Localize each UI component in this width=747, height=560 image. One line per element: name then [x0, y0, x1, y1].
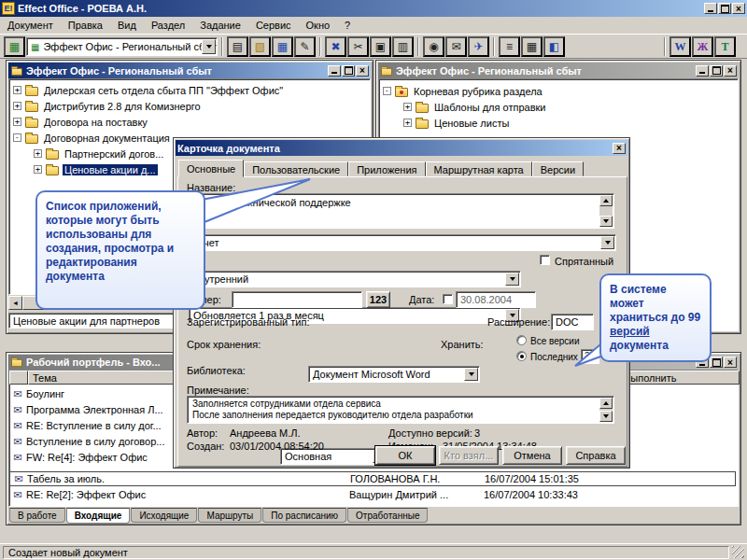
number-generate-button[interactable]: 123	[366, 291, 390, 308]
expander-icon[interactable]	[13, 133, 21, 142]
menu-item-window[interactable]: Окно	[299, 18, 338, 33]
kind-combo[interactable]: отчет	[189, 234, 616, 251]
close-button[interactable]	[732, 3, 745, 14]
expander-icon[interactable]	[383, 87, 391, 95]
left-window-minimize-button[interactable]	[328, 65, 341, 77]
visibility-combo-arrow[interactable]	[505, 273, 519, 286]
cancel-button[interactable]: Отмена	[502, 446, 562, 465]
left-window-close-button[interactable]	[356, 65, 369, 77]
tree-item[interactable]: Ценовые листы	[379, 115, 738, 131]
date-checkbox[interactable]	[443, 294, 453, 304]
help-button[interactable]: Справка	[566, 446, 626, 465]
menu-item-section[interactable]: Раздел	[144, 18, 192, 33]
who-took-button[interactable]: Кто взял...	[439, 446, 499, 465]
msword-button[interactable]: W	[669, 36, 691, 57]
text-editor-button[interactable]: Т	[714, 36, 736, 57]
open-document-button[interactable]: ▧	[249, 36, 271, 57]
delete-button[interactable]: ✖	[325, 36, 346, 57]
expander-icon[interactable]	[34, 149, 42, 158]
name-field[interactable]: Отчет по технической поддержке	[187, 193, 614, 229]
tab-route-map[interactable]: Маршрутная карта	[426, 161, 532, 176]
expander-icon[interactable]	[403, 103, 412, 111]
tab-inbox[interactable]: Входящие	[66, 508, 131, 524]
registered-type-combo[interactable]: Документ Microsoft Word	[308, 366, 480, 383]
scroll-down-button[interactable]	[599, 411, 613, 422]
worklist-close-button[interactable]	[724, 357, 737, 368]
tab-processed[interactable]: Отработанные	[347, 508, 428, 523]
scroll-left-button[interactable]	[8, 296, 22, 310]
name-field-scrollbar[interactable]	[599, 195, 613, 227]
minimize-button[interactable]	[704, 3, 717, 14]
wordart-button[interactable]: Ж	[692, 36, 713, 57]
right-window-close-button[interactable]	[724, 65, 737, 77]
keep-last-radio[interactable]	[516, 351, 527, 361]
number-generate-label: 123	[370, 294, 387, 305]
mail-button[interactable]: ✉	[445, 36, 467, 57]
expander-icon[interactable]	[13, 86, 21, 94]
tree-item[interactable]: Договора на поставку	[9, 114, 370, 130]
tab-schedule[interactable]: По расписанию	[262, 508, 346, 523]
expander-icon[interactable]	[403, 119, 412, 127]
scope-combo-arrow[interactable]	[202, 39, 216, 54]
new-document-button[interactable]: ▤	[227, 36, 248, 57]
extension-field[interactable]: DOC	[551, 314, 594, 330]
visibility-combo[interactable]: внутренний	[189, 271, 521, 287]
scroll-up-button[interactable]	[599, 195, 613, 206]
expander-icon[interactable]	[13, 102, 21, 110]
journal-button[interactable]: ≡	[499, 36, 520, 57]
copy-button[interactable]: ▣	[370, 36, 391, 57]
menu-item-service[interactable]: Сервис	[248, 18, 299, 33]
registered-type-combo-arrow[interactable]	[464, 368, 478, 381]
tree-item[interactable]: Дистрибутив 2.8 для Комизнерго	[9, 98, 370, 114]
resize-grip-icon[interactable]	[732, 546, 744, 558]
keep-count-field[interactable]: 3	[581, 349, 599, 364]
left-window-maximize-button[interactable]	[342, 65, 355, 77]
tab-routes[interactable]: Маршруты	[198, 508, 261, 523]
menu-item-task[interactable]: Задание	[192, 18, 248, 33]
scope-tree-button[interactable]: ▦	[4, 36, 25, 57]
date-field[interactable]: 30.08.2004	[456, 291, 536, 308]
maximize-button[interactable]	[718, 3, 731, 14]
dialog-close-button[interactable]	[613, 143, 626, 154]
tree-item[interactable]: Дилерская сеть отдела сбыта ПП "Эффект О…	[9, 82, 370, 98]
tree-item[interactable]: Корневая рубрика раздела	[379, 83, 738, 99]
tab-versions[interactable]: Версии	[532, 161, 584, 176]
note-field[interactable]: Заполняется сотрудниками отдела сервиса …	[187, 396, 614, 424]
menu-item-document[interactable]: Документ	[0, 18, 61, 33]
scroll-up-button[interactable]	[599, 398, 613, 409]
right-window-minimize-button[interactable]	[696, 65, 709, 77]
menu-item-edit[interactable]: Правка	[61, 18, 110, 33]
send-mail-button[interactable]: ✈	[468, 36, 489, 57]
tab-custom[interactable]: Пользовательские	[244, 161, 348, 176]
expander-icon[interactable]	[34, 165, 42, 174]
worklist-row[interactable]: RE: Re[2]: Эффект Офис Ващурин Дмитрий .…	[9, 487, 736, 502]
calendar-button[interactable]: ▦	[521, 36, 543, 57]
number-field[interactable]	[232, 291, 362, 308]
paste-button[interactable]: ▥	[392, 36, 414, 57]
tab-in-work[interactable]: В работе	[9, 508, 65, 523]
kind-combo-arrow[interactable]	[600, 236, 614, 249]
worklist-maximize-button[interactable]	[710, 357, 723, 368]
column-header-icon[interactable]	[9, 371, 28, 385]
find-button[interactable]: ◉	[423, 36, 444, 57]
save-document-button[interactable]: ▦	[272, 36, 293, 57]
worklist-row-selected[interactable]: Табель за июль. ГОЛОВАНОВА Г.Н. 16/07/20…	[9, 471, 736, 486]
cut-button[interactable]: ✂	[347, 36, 369, 57]
menu-item-view[interactable]: Вид	[110, 18, 144, 33]
right-window-maximize-button[interactable]	[710, 65, 723, 77]
scroll-down-button[interactable]	[599, 216, 613, 227]
window-grid-button[interactable]: ◧	[543, 36, 565, 57]
menu-item-help[interactable]: ?	[337, 18, 358, 33]
tab-attachments[interactable]: Приложения	[348, 161, 425, 176]
hidden-checkbox[interactable]	[540, 255, 550, 265]
ok-button[interactable]: ОК	[375, 446, 435, 465]
scope-combo[interactable]: Эффект Офис - Региональный сбыт	[26, 37, 218, 56]
expander-icon[interactable]	[13, 118, 21, 126]
tab-main[interactable]: Основные	[178, 160, 244, 177]
tree-item[interactable]: Шаблоны для отправки	[379, 99, 738, 115]
author-value: Андреева М.Л.	[230, 427, 301, 439]
tab-outbox[interactable]: Исходящие	[131, 508, 197, 523]
keep-all-radio[interactable]	[516, 335, 527, 345]
note-field-scrollbar[interactable]	[599, 398, 613, 422]
properties-button[interactable]: ✎	[294, 36, 316, 57]
